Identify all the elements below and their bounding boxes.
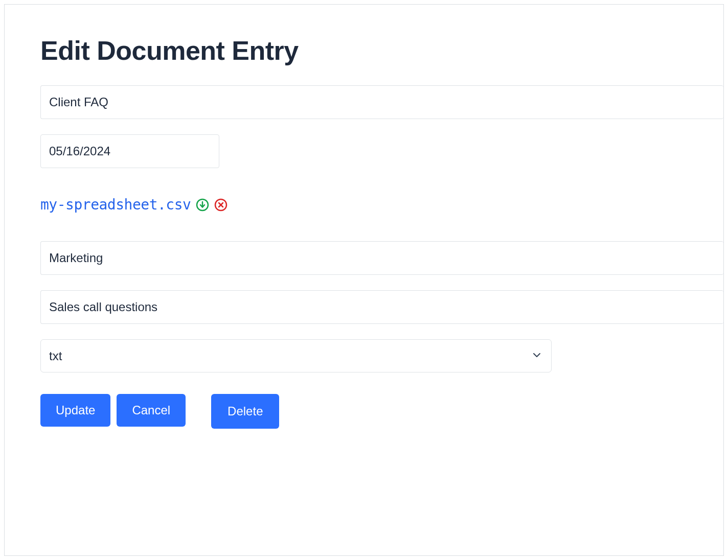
download-file-icon[interactable]	[196, 198, 209, 212]
action-button-row: Update Cancel Delete	[40, 394, 723, 429]
document-name-input[interactable]	[40, 85, 723, 119]
page-title: Edit Document Entry	[40, 35, 723, 66]
attached-file-row: my-spreadsheet.csv	[40, 196, 723, 213]
document-date-input[interactable]	[40, 134, 219, 168]
format-select-wrap: txt	[40, 339, 552, 372]
description-input[interactable]	[40, 290, 723, 324]
delete-button[interactable]: Delete	[211, 394, 279, 429]
cancel-button[interactable]: Cancel	[117, 394, 186, 427]
attached-file-link[interactable]: my-spreadsheet.csv	[40, 196, 191, 213]
format-select[interactable]: txt	[40, 339, 552, 372]
category-input[interactable]	[40, 241, 723, 275]
remove-file-icon[interactable]	[214, 198, 228, 212]
update-button[interactable]: Update	[40, 394, 110, 427]
edit-document-form: Edit Document Entry my-spreadsheet.csv t…	[4, 4, 724, 556]
